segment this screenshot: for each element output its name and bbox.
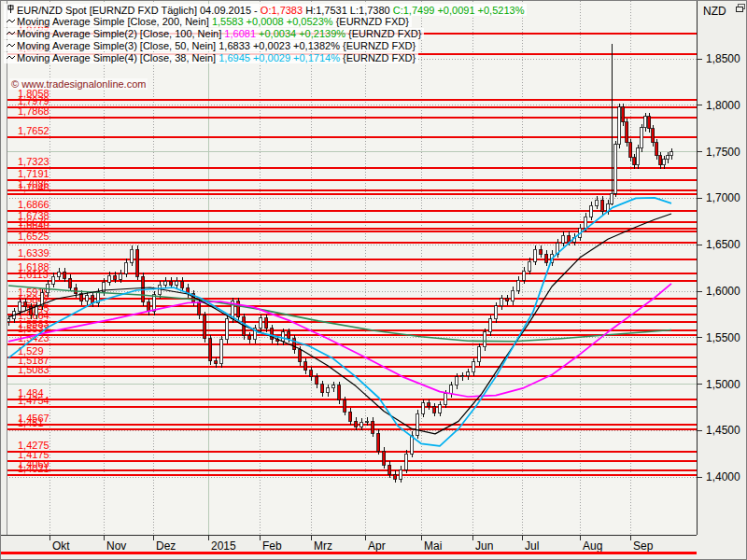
candle-body	[349, 412, 352, 421]
candle-body	[670, 152, 673, 156]
candle-body	[383, 451, 386, 465]
legend-row-3[interactable]: Moving Average Simple(2) [Close, 100, Ne…	[4, 28, 424, 39]
candle-body	[655, 143, 658, 156]
candle-body	[626, 122, 628, 143]
legend-text-segment: {EURNZD FXD}	[333, 16, 409, 27]
candle-body	[288, 332, 290, 339]
candle-body	[24, 302, 27, 307]
candle-body	[618, 107, 621, 145]
candle-body	[637, 148, 640, 165]
candle-body	[327, 388, 330, 393]
y-axis-label: 1,5500	[706, 331, 740, 344]
y-axis-label: 1,8000	[706, 99, 740, 112]
legend-text-segment: Moving Average Simple(3) [Close, 50, Nei…	[17, 40, 218, 51]
candle-body	[400, 469, 402, 479]
candle-body	[372, 421, 374, 433]
candle-body	[63, 272, 66, 278]
candle-body	[388, 465, 391, 474]
wave-icon	[5, 40, 17, 51]
x-axis-label: Okt	[52, 539, 70, 553]
price-level-label: 1,7046	[18, 182, 49, 193]
price-level-label: 1,6113	[18, 269, 49, 280]
candle-body	[667, 156, 669, 160]
candle-body	[495, 306, 498, 319]
candle-body	[506, 299, 509, 301]
candle-body	[355, 421, 358, 427]
legend-row-1[interactable]: EUR/NZD Spot [EURNZD FXD Täglich] 04.09.…	[4, 4, 527, 16]
candle-body	[209, 339, 212, 361]
y-axis-label: 1,6000	[706, 285, 740, 298]
x-axis-label: Feb	[262, 539, 282, 553]
candle-body	[198, 302, 201, 315]
x-axis-label: Aug	[583, 539, 602, 553]
candle-body	[456, 377, 458, 385]
legend-text-segment: Moving Average Simple(2) [Close, 100, Ne…	[17, 28, 224, 39]
legend-text-segment: {EURNZD FXD}	[345, 28, 421, 39]
candle-body	[422, 403, 425, 414]
candle-body	[316, 377, 318, 385]
candle-body	[170, 281, 173, 285]
x-axis-label: Mai	[424, 539, 442, 553]
candle-body	[366, 421, 369, 422]
candle-body	[52, 276, 55, 284]
y-axis-label: 1,5000	[706, 378, 740, 391]
candle-body	[629, 143, 632, 158]
candle-body	[215, 361, 218, 364]
candle-body	[489, 319, 492, 332]
candle-body	[108, 275, 111, 282]
candle-body	[80, 294, 83, 301]
candle-body	[439, 405, 442, 413]
candle-body	[310, 371, 313, 377]
price-level-label: 1,6339	[18, 247, 49, 259]
candle-body	[484, 332, 486, 347]
price-level-label: 1,5083	[18, 364, 49, 375]
candle-body	[299, 350, 302, 362]
candle-body	[562, 235, 565, 243]
price-level-label: 1,7323	[18, 156, 49, 167]
chart-window: 1,87691,85531,80581,79791,78681,76521,73…	[0, 0, 747, 560]
y-axis-label: 1,7500	[706, 146, 740, 159]
price-level-label: 1,6640	[18, 219, 49, 231]
candle-body	[86, 296, 89, 301]
candle-body	[512, 290, 514, 301]
legend-text-segment: 1,6945 +0,0029 +0,1714%	[218, 52, 340, 63]
candle-body	[517, 280, 520, 290]
legend-row-5[interactable]: Moving Average Simple(4) [Close, 38, Nei…	[4, 52, 418, 63]
wave-icon	[5, 28, 17, 39]
x-axis-label: Dez	[156, 539, 176, 553]
x-axis-label: 2015	[211, 539, 236, 553]
candle-body	[394, 474, 397, 479]
candle-body	[58, 272, 61, 276]
candle-body	[523, 271, 526, 280]
candle-body	[377, 433, 380, 451]
candle-body	[641, 128, 643, 148]
candle-body	[590, 205, 593, 217]
candle-body	[265, 318, 268, 329]
candle-body	[220, 340, 223, 364]
x-axis-label: Sep	[633, 539, 654, 553]
candle-body	[304, 362, 307, 371]
candle-body	[120, 273, 122, 279]
candle-body	[648, 117, 651, 129]
y-axis-label: 1,7000	[706, 191, 740, 204]
candle-body	[260, 318, 262, 329]
legend-text-segment: C:1,7499 +0,0091 +0,5213%	[393, 5, 525, 16]
candle-body	[344, 400, 346, 413]
legend-text-segment: Moving Average Simple [Close, 200, Nein]	[17, 16, 212, 27]
candle-body	[644, 117, 647, 128]
legend-row-2[interactable]: Moving Average Simple [Close, 200, Nein]…	[4, 16, 412, 27]
candle-body	[136, 249, 139, 276]
candle-body	[405, 454, 408, 469]
price-level-label: 1,7652	[18, 125, 49, 136]
candle-body	[248, 336, 251, 340]
restore-window-icon[interactable]	[736, 4, 745, 12]
candle-body	[332, 385, 335, 388]
candle-body	[659, 156, 662, 165]
legend-text-segment: {EURNZD FXD}	[340, 40, 416, 51]
candle-body	[282, 332, 285, 342]
candle-body	[545, 254, 548, 262]
candle-body	[416, 413, 419, 435]
axis-currency-label: NZD	[703, 5, 726, 18]
legend-row-4[interactable]: Moving Average Simple(3) [Close, 50, Nei…	[4, 40, 418, 51]
candle-body	[181, 281, 184, 287]
